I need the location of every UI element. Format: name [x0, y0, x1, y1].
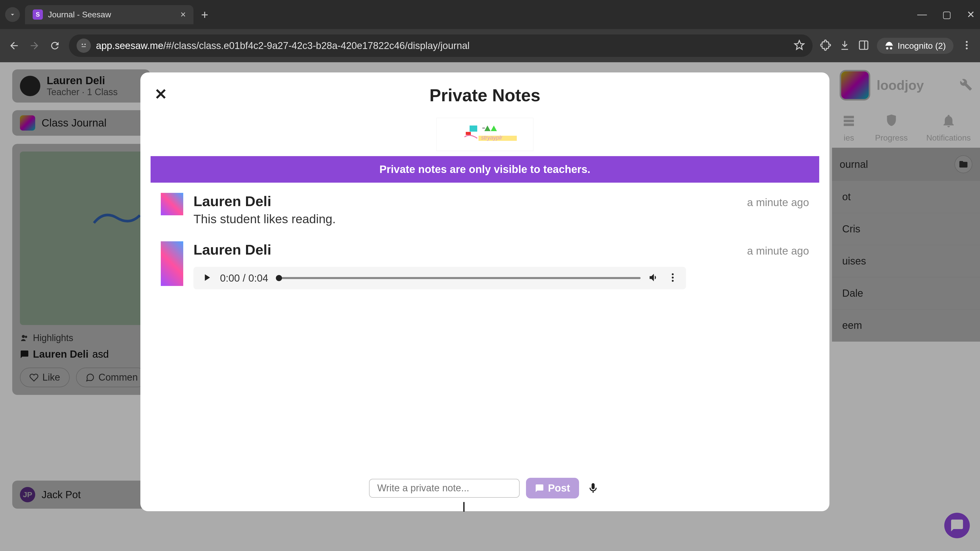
- modal-footer: Post: [140, 470, 829, 511]
- private-notes-modal: ✕ Private Notes stryayplr Priva: [140, 73, 829, 511]
- preview-thumbnail[interactable]: stryayplr: [436, 118, 533, 151]
- svg-text:stryayplr: stryayplr: [481, 135, 503, 141]
- svg-point-15: [672, 273, 673, 275]
- note-timestamp: a minute ago: [747, 197, 809, 209]
- audio-more-button[interactable]: [667, 272, 678, 284]
- extensions-button[interactable]: [820, 40, 832, 52]
- record-audio-button[interactable]: [585, 481, 601, 496]
- incognito-icon: [885, 41, 894, 50]
- tab-search-dropdown[interactable]: [5, 7, 20, 22]
- play-button[interactable]: [201, 272, 212, 284]
- privacy-banner: Private notes are only visible to teache…: [151, 156, 819, 183]
- note-item: Lauren Deli a minute ago 0:00 / 0:04: [161, 241, 809, 289]
- close-modal-button[interactable]: ✕: [154, 85, 167, 103]
- audio-player: 0:00 / 0:04: [193, 267, 686, 289]
- svg-point-0: [82, 44, 83, 45]
- audio-seek-bar[interactable]: [276, 277, 641, 279]
- site-settings-icon[interactable]: [76, 38, 91, 53]
- note-item: Lauren Deli a minute ago This student li…: [161, 193, 809, 226]
- svg-point-5: [966, 44, 967, 46]
- svg-rect-12: [466, 132, 471, 135]
- reload-button[interactable]: [48, 39, 61, 52]
- forward-button: [28, 39, 41, 52]
- downloads-button[interactable]: [839, 40, 850, 52]
- browser-tab[interactable]: S Journal - Seesaw ×: [25, 5, 193, 24]
- browser-menu-button[interactable]: [961, 40, 972, 52]
- note-author: Lauren Deli: [193, 193, 271, 210]
- incognito-badge[interactable]: Incognito (2): [877, 38, 953, 54]
- volume-button[interactable]: [648, 272, 659, 284]
- browser-toolbar: app.seesaw.me/#/class/class.e01bf4c2-9a2…: [0, 29, 980, 62]
- bookmark-button[interactable]: [794, 40, 805, 52]
- audio-time: 0:00 / 0:04: [220, 272, 268, 284]
- note-author: Lauren Deli: [193, 241, 271, 258]
- maximize-button[interactable]: ▢: [942, 9, 951, 20]
- svg-point-6: [966, 48, 967, 49]
- minimize-button[interactable]: —: [917, 9, 927, 20]
- microphone-icon: [587, 482, 599, 494]
- close-tab-button[interactable]: ×: [180, 9, 186, 20]
- svg-point-17: [672, 280, 673, 282]
- post-button[interactable]: Post: [526, 478, 579, 499]
- window-controls: — ▢ ✕: [917, 9, 975, 20]
- svg-point-1: [84, 44, 86, 45]
- svg-rect-2: [859, 41, 868, 49]
- preview-drawing: stryayplr: [447, 122, 523, 147]
- close-window-button[interactable]: ✕: [967, 9, 975, 20]
- seesaw-favicon-icon: S: [33, 10, 43, 20]
- modal-overlay[interactable]: ✕ Private Notes stryayplr Priva: [0, 62, 980, 551]
- private-note-input[interactable]: [369, 479, 520, 498]
- comment-icon: [535, 484, 544, 493]
- note-avatar: [161, 193, 183, 215]
- address-bar[interactable]: app.seesaw.me/#/class/class.e01bf4c2-9a2…: [69, 35, 813, 57]
- side-panel-button[interactable]: [858, 40, 869, 52]
- notes-list: Lauren Deli a minute ago This student li…: [140, 183, 829, 470]
- svg-rect-11: [469, 125, 477, 132]
- note-text: This student likes reading.: [193, 212, 809, 226]
- url-text: app.seesaw.me/#/class/class.e01bf4c2-9a2…: [96, 40, 789, 51]
- back-button[interactable]: [8, 39, 21, 52]
- note-preview: stryayplr: [140, 113, 829, 156]
- browser-tab-bar: S Journal - Seesaw × + — ▢ ✕: [0, 0, 980, 29]
- svg-point-16: [672, 276, 673, 278]
- note-avatar: [161, 241, 183, 286]
- new-tab-button[interactable]: +: [201, 8, 208, 22]
- note-timestamp: a minute ago: [747, 245, 809, 257]
- tab-title: Journal - Seesaw: [48, 10, 175, 19]
- modal-title: Private Notes: [140, 73, 829, 113]
- svg-point-4: [966, 41, 967, 43]
- chevron-down-icon: [9, 11, 16, 18]
